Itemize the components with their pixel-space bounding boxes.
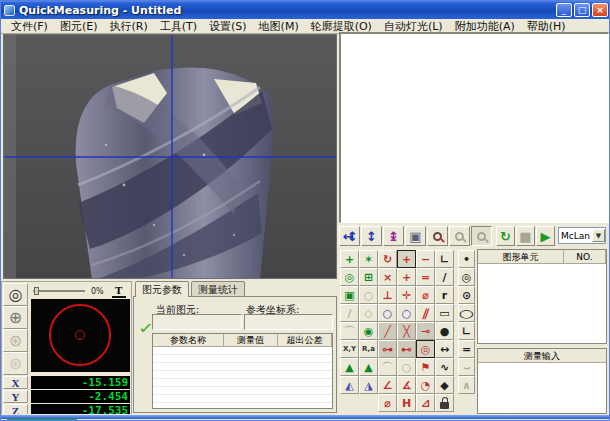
params-table[interactable]: 参数名称测量值超出公差 [152,333,333,409]
ellipse-trace[interactable]: ○ [378,304,397,322]
current-element-field[interactable] [152,314,242,330]
angle-measure-tool[interactable]: ∡ [397,376,416,394]
crosshair-probe[interactable]: + [397,250,416,268]
arc-probe[interactable]: r [435,286,454,304]
measure-input-panel[interactable]: 测量输入 [477,348,607,414]
slider-handle[interactable] [34,287,39,295]
coord-ra-mode[interactable]: R,a [359,340,378,358]
camera-view[interactable] [3,34,337,279]
remove-probe[interactable]: − [416,250,435,268]
tab-element-params[interactable]: 图元参数 [135,281,189,297]
zoom-fit-button[interactable] [471,226,492,246]
menu-file[interactable]: 文件(F) [5,19,54,34]
line-tool-disabled[interactable]: / [340,304,359,322]
arc-display-disabled[interactable]: ⌣ [458,358,475,376]
close-button[interactable]: × [592,3,608,17]
line-cross-measure[interactable]: ╳ [397,322,416,340]
vertex-display-disabled[interactable]: ∧ [458,376,475,394]
no-circle-tool[interactable]: ⌀ [378,394,397,412]
corner-angle-tool[interactable]: ⊿ [416,394,435,412]
circle-line-distance[interactable]: ⊶ [378,340,397,358]
circle-tool-disabled[interactable]: ○ [359,286,378,304]
circle-distance-selected[interactable]: ◎ [416,340,435,358]
menu-map[interactable]: 地图(M) [253,19,305,34]
zoom-in-button[interactable] [427,226,448,246]
line-2pt-measure[interactable]: ╱ [378,322,397,340]
circle-center-probe[interactable]: ◎ [340,268,359,286]
run-button[interactable]: ▶ [536,226,555,246]
corner-probe[interactable]: ∟ [435,250,454,268]
diameter-probe[interactable]: ⌀ [416,286,435,304]
parallel-lines-tool[interactable]: ∥ [416,304,435,322]
ring-light-preview[interactable] [31,299,130,372]
add-element[interactable]: + [340,250,359,268]
ref-coord-field[interactable] [244,314,333,330]
parallel-probe[interactable]: = [416,268,435,286]
minimize-button[interactable]: _ [556,3,572,17]
circle-disabled-2[interactable]: ○ [397,358,416,376]
arc-tool-disabled[interactable]: ⌒ [340,322,359,340]
auto-capture[interactable]: ✶ [359,250,378,268]
ring-light-quadrant[interactable]: ⊕ [3,306,28,329]
point-probe[interactable]: + [397,268,416,286]
ring-light-segment-1[interactable]: ⊛ [3,329,28,352]
arc-disabled-2[interactable]: ⌒ [378,358,397,376]
triangle-view-left[interactable]: ◭ [340,376,359,394]
width-tool[interactable]: ↔ [435,340,454,358]
auto-focus-button[interactable]: ↨ [383,226,404,246]
circle-display[interactable]: ◎ [458,268,475,286]
perpendicular-probe[interactable]: ⊥ [378,286,397,304]
point-display[interactable]: • [458,250,475,268]
menu-settings[interactable]: 设置(S) [203,19,253,34]
rectangle-tool[interactable]: ▭ [435,304,454,322]
ring-light-outer[interactable]: ◎ [3,283,28,306]
stadium-display[interactable]: ○ [458,304,475,322]
gear-trace[interactable]: ○ [397,304,416,322]
menu-tools[interactable]: 工具(T) [154,19,203,34]
lens-tool[interactable]: ◉ [359,322,378,340]
unit-list-header-0[interactable]: 图形单元 [478,250,564,263]
diamond-tool[interactable]: ◆ [435,376,454,394]
filled-circle-tool[interactable]: ● [435,322,454,340]
stage-view-2[interactable]: ▲ [359,358,378,376]
stop-button[interactable]: ■ [516,226,535,246]
angle-tool[interactable]: ∠ [378,376,397,394]
line-circle-measure[interactable]: ⊸ [416,322,435,340]
clock-angle-tool[interactable]: ◔ [416,376,435,394]
zoom-out-button[interactable] [449,226,470,246]
coord-xy-mode[interactable]: X,Y [340,340,359,358]
axis-button-y[interactable]: Y [3,390,28,403]
triangle-view-right[interactable]: ◮ [359,376,378,394]
unit-list-header-1[interactable]: NO. [564,250,606,263]
diamond-tool-disabled[interactable]: ◇ [359,304,378,322]
bold-t-button[interactable]: T [112,285,126,298]
flag-tool[interactable]: ⚑ [416,358,435,376]
stage-view-1[interactable]: ▲ [340,358,359,376]
video-window-button[interactable]: ▣ [405,226,426,246]
ring-light-segment-2[interactable]: ⊛ [3,352,28,375]
angle-display[interactable]: ∟ [458,322,475,340]
axis-button-x[interactable]: X [3,376,28,389]
cross-probe[interactable]: × [378,268,397,286]
view-select-dropdown[interactable]: McLan ▼ [558,227,606,244]
stage-move-xy-button[interactable] [339,226,360,246]
graphics-view[interactable] [339,32,609,223]
grid-box-probe[interactable]: ⊞ [359,268,378,286]
equals-display[interactable]: = [458,340,475,358]
light-intensity-slider[interactable] [33,286,85,296]
menu-run[interactable]: 执行(R) [103,19,153,34]
rotate-tool[interactable]: ↻ [378,250,397,268]
loop-run-button[interactable]: ↻ [496,226,515,246]
menu-element[interactable]: 图元(E) [54,19,104,34]
graphic-unit-list[interactable]: 图形单元NO. [477,249,607,344]
align-center-probe[interactable]: ✛ [397,286,416,304]
circle-circle-distance[interactable]: ⊷ [397,340,416,358]
wave-profile-tool[interactable]: ∿ [435,358,454,376]
tab-measure-stats[interactable]: 测量统计 [191,281,245,296]
maximize-button[interactable]: □ [574,3,590,17]
line-probe[interactable]: / [435,268,454,286]
lock-button[interactable] [435,394,454,412]
height-tool[interactable]: H [397,394,416,412]
camera-capture[interactable]: ▣ [340,286,359,304]
stage-move-z-button[interactable]: ↕ [361,226,382,246]
